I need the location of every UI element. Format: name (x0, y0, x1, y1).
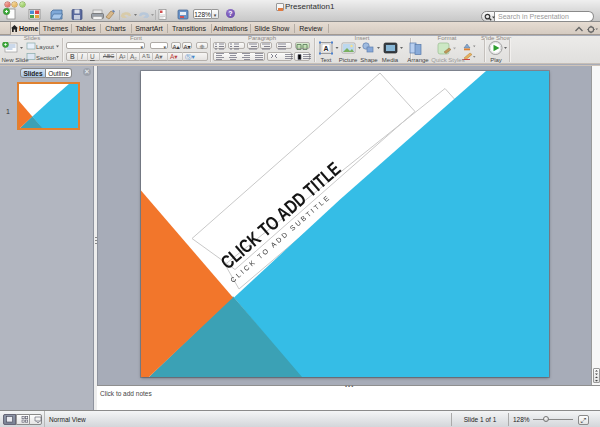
svg-text:A: A (323, 45, 328, 52)
